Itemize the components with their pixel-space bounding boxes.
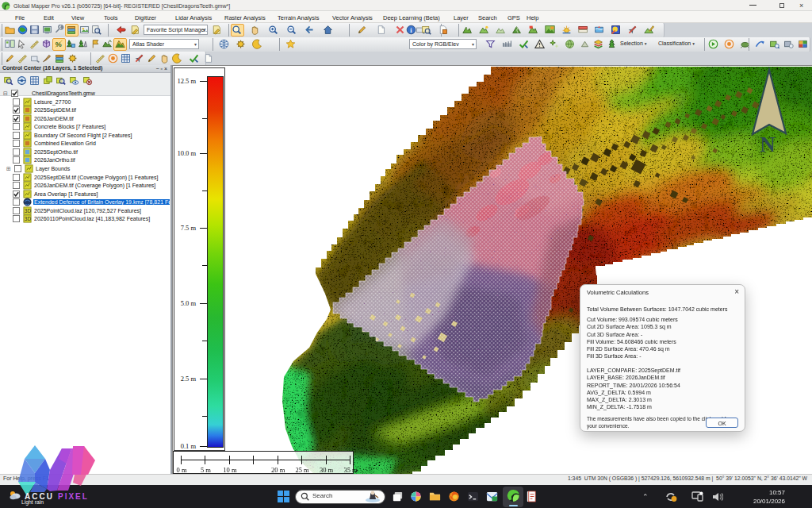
svg-text:ACCU: ACCU bbox=[25, 492, 54, 501]
svg-text:3D: 3D bbox=[25, 217, 32, 222]
svg-text:PIXEL: PIXEL bbox=[58, 492, 89, 501]
svg-text:3D: 3D bbox=[25, 208, 32, 214]
svg-text:N: N bbox=[760, 133, 776, 156]
